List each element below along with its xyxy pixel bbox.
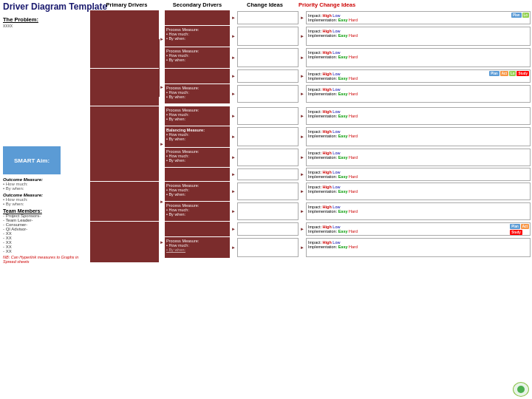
secondary-2-1[interactable] bbox=[165, 69, 230, 83]
priority-5-1[interactable]: Impact: High Low Implementation: Easy Ha… bbox=[306, 222, 531, 236]
change-5-1[interactable] bbox=[237, 222, 299, 236]
priority-1-2[interactable]: Impact: High Low Implementation: Easy Ha… bbox=[306, 27, 531, 46]
problem-title: The Problem: bbox=[3, 16, 38, 23]
team-item-9: - XX bbox=[3, 249, 90, 253]
row-2-2: Process Measure:• How much:• By when: ► … bbox=[165, 84, 531, 103]
priority-3-4[interactable]: Impact: High Low Implementation: Easy Ha… bbox=[306, 168, 531, 181]
priority-4-2[interactable]: Impact: High Low Implementation: Easy Ha… bbox=[306, 202, 531, 220]
priority-header: Priority Change Ideas bbox=[299, 1, 355, 8]
column-headers: Primary Drivers Secondary Drivers Change… bbox=[92, 1, 355, 8]
change-3-1[interactable] bbox=[237, 107, 299, 125]
problem-text: xxxx bbox=[3, 23, 13, 28]
change-2-1[interactable] bbox=[237, 69, 299, 83]
priority-4-1[interactable]: Impact: High Low Implementation: Easy Ha… bbox=[306, 183, 531, 200]
group-4-rows: Process Measure:• How much:• By when: ► … bbox=[165, 182, 531, 221]
row-3-1: Process Measure:• How much:• By when: ► … bbox=[165, 106, 531, 126]
change-header: Change Ideas bbox=[233, 1, 297, 8]
secondary-1-2[interactable]: Process Measure:• How much:• By when: bbox=[165, 26, 230, 47]
change-3-4[interactable] bbox=[237, 168, 299, 180]
secondary-3-3[interactable]: Process Measure:• How much:• By when: bbox=[165, 148, 230, 167]
secondary-1-1[interactable] bbox=[165, 10, 230, 25]
change-5-2[interactable] bbox=[237, 238, 299, 257]
row-3-4: ► ► Impact: High Low Implementation: Eas… bbox=[165, 168, 531, 181]
priority-5-2[interactable]: Impact: High Low Implementation: Easy Ha… bbox=[306, 238, 531, 257]
group-1: ► ► ► Impact: High Low Implementation: E… bbox=[90, 10, 531, 68]
row-1-3: Process Measure:• How much:• By when: ► … bbox=[165, 47, 531, 68]
group-4: ► Process Measure:• How much:• By when: … bbox=[90, 182, 531, 221]
secondary-5-1[interactable] bbox=[165, 222, 230, 236]
group-3-rows: Process Measure:• How much:• By when: ► … bbox=[165, 106, 531, 181]
impl-label: Implementation: Easy Hard bbox=[308, 33, 528, 38]
secondary-4-1[interactable]: Process Measure:• How much:• By when: bbox=[165, 182, 230, 201]
secondary-4-2[interactable]: Process Measure:• How much:• By when: bbox=[165, 202, 230, 221]
row-1-1: ► ► Impact: High Low Implementation: Eas… bbox=[165, 10, 531, 25]
secondary-2-2[interactable]: Process Measure:• How much:• By when: bbox=[165, 84, 230, 103]
secondary-5-2[interactable]: Process Measure:• How much:• By when: bbox=[165, 237, 230, 258]
nb-box: NB: Can Hyperlink measures to Graphs in … bbox=[3, 255, 90, 264]
priority-2-1[interactable]: Impact: High Low Implementation: Easy Ha… bbox=[306, 69, 531, 83]
primary-2 bbox=[90, 69, 159, 106]
row-2-1: ► ► Impact: High Low Implementation: Eas… bbox=[165, 69, 531, 83]
row-3-2: Balancing Measure:• How much:• By when: … bbox=[165, 126, 531, 147]
row-1-2: Process Measure:• How much:• By when: ► … bbox=[165, 26, 531, 47]
secondary-3-1[interactable]: Process Measure:• How much:• By when: bbox=[165, 106, 230, 126]
outcome2-box: Outcome Measure: • How much: • By when: bbox=[3, 193, 90, 206]
priority-2-2[interactable]: Impact: High Low Implementation: Easy Ha… bbox=[306, 85, 531, 103]
smart-aim-label: SMART Aim: bbox=[14, 157, 50, 164]
row-5-2: Process Measure:• How much:• By when: ► … bbox=[165, 237, 531, 258]
group-1-rows: ► ► Impact: High Low Implementation: Eas… bbox=[165, 10, 531, 68]
change-2-2[interactable] bbox=[237, 85, 299, 103]
change-4-1[interactable] bbox=[237, 183, 299, 200]
outcome1-box: Outcome Measure: • How much: • By when: bbox=[3, 177, 90, 191]
priority-3-1[interactable]: Impact: High Low Implementation: Easy Ha… bbox=[306, 107, 531, 125]
team-box: Team Members: - Project Sponsors- - Team… bbox=[3, 208, 90, 253]
change-4-2[interactable] bbox=[237, 202, 299, 220]
change-1-2[interactable] bbox=[237, 27, 299, 46]
group-5: ► ► ► Impact: High Low Implementation: E… bbox=[90, 222, 531, 262]
primary-5 bbox=[90, 222, 159, 262]
change-3-2[interactable] bbox=[237, 127, 299, 146]
group-3: ► Process Measure:• How much:• By when: … bbox=[90, 106, 531, 181]
group-2-rows: ► ► Impact: High Low Implementation: Eas… bbox=[165, 69, 531, 106]
secondary-3-2[interactable]: Balancing Measure:• How much:• By when: bbox=[165, 126, 230, 147]
secondary-3-4[interactable] bbox=[165, 168, 230, 181]
logo bbox=[513, 382, 529, 397]
primary-header: Primary Drivers bbox=[92, 1, 162, 8]
primary-1 bbox=[90, 10, 159, 68]
problem-box: The Problem: xxxx bbox=[3, 16, 90, 28]
outcome1-item2: • By when: bbox=[3, 186, 90, 191]
row-4-2: Process Measure:• How much:• By when: ► … bbox=[165, 202, 531, 221]
priority-1-3[interactable]: Impact: High Low Implementation: Easy Ha… bbox=[306, 48, 531, 67]
change-3-3[interactable] bbox=[237, 149, 299, 166]
row-3-3: Process Measure:• How much:• By when: ► … bbox=[165, 148, 531, 167]
row-4-1: Process Measure:• How much:• By when: ► … bbox=[165, 182, 531, 201]
change-1-3[interactable] bbox=[237, 48, 299, 67]
priority-3-2[interactable]: Impact: High Low Implementation: Easy Ha… bbox=[306, 127, 531, 146]
change-1-1[interactable] bbox=[237, 11, 299, 24]
left-panel: The Problem: xxxx SMART Aim: Outcome Mea… bbox=[3, 16, 90, 264]
impl-label: Implementation: Easy Hard bbox=[308, 18, 528, 22]
secondary-1-3[interactable]: Process Measure:• How much:• By when: bbox=[165, 47, 230, 68]
secondary-header: Secondary Drivers bbox=[163, 1, 231, 8]
team-title: Team Members: bbox=[3, 208, 90, 214]
row-5-1: ► ► Impact: High Low Implementation: Eas… bbox=[165, 222, 531, 236]
priority-1-1[interactable]: Impact: High Low Implementation: Easy Ha… bbox=[306, 11, 531, 24]
primary-3 bbox=[90, 106, 159, 181]
smart-aim-box: SMART Aim: bbox=[3, 146, 61, 174]
diagram-area: ► ► ► Impact: High Low Implementation: E… bbox=[90, 10, 531, 396]
group-2: ► ► ► Impact: High Low Implementation: E… bbox=[90, 69, 531, 106]
outcome2-item2: • By when: bbox=[3, 202, 90, 206]
priority-3-3[interactable]: Impact: High Low Implementation: Easy Ha… bbox=[306, 149, 531, 166]
group-5-rows: ► ► Impact: High Low Implementation: Eas… bbox=[165, 222, 531, 262]
primary-4 bbox=[90, 182, 159, 221]
